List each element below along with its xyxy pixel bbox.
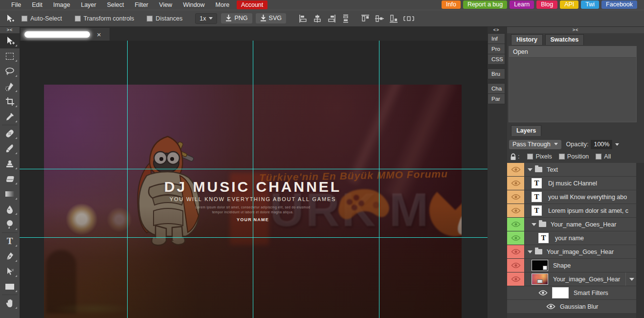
distances-checkbox-box[interactable] (147, 16, 153, 22)
vertical-guide-2[interactable] (253, 41, 253, 318)
menu-layer[interactable]: Layer (75, 0, 101, 9)
rail-tab-paragraph[interactable]: Par (488, 94, 505, 104)
group-expander-icon[interactable] (532, 223, 536, 226)
distribute-horizontal-icon[interactable] (403, 14, 415, 23)
rail-collapse-handle[interactable]: <> (488, 27, 505, 33)
rectangle-select-tool[interactable] (0, 48, 20, 64)
opacity-dropdown-icon[interactable] (615, 143, 619, 146)
visibility-eye-icon[interactable] (507, 177, 525, 190)
menu-filter[interactable]: Filter (129, 0, 154, 9)
smart-filters-expander-icon[interactable] (625, 273, 634, 286)
layer-row-text-dj-music-channel[interactable]: T Dj music CHannel (507, 177, 636, 190)
lasso-tool[interactable] (0, 64, 20, 79)
blur-tool[interactable] (0, 202, 20, 217)
blog-button[interactable]: Blog (536, 0, 557, 9)
eraser-tool[interactable] (0, 171, 20, 186)
twitter-button[interactable]: Twi (581, 0, 599, 9)
hand-tool[interactable] (0, 295, 20, 311)
opacity-value[interactable]: 100% (591, 140, 612, 149)
auto-select-checkbox-box[interactable] (22, 16, 27, 22)
quick-selection-tool[interactable] (0, 79, 20, 94)
export-png-button[interactable]: PNG (221, 13, 252, 23)
menu-more[interactable]: More (210, 0, 235, 9)
visibility-eye-icon[interactable] (546, 303, 555, 310)
layer-row-smart-filters[interactable]: Smart Filters (507, 286, 636, 300)
crop-tool[interactable] (0, 94, 20, 109)
align-vertical-centers-icon[interactable] (375, 14, 384, 23)
rail-tab-character[interactable]: Cha (488, 84, 505, 94)
menu-window[interactable]: Window (178, 0, 210, 9)
visibility-eye-icon[interactable] (507, 190, 525, 204)
rail-tab-info[interactable]: Inf (488, 34, 505, 44)
align-bottom-edges-icon[interactable] (389, 14, 399, 23)
layer-row-text-you-will-know[interactable]: T you will Know everything abo (507, 190, 636, 204)
menu-edit[interactable]: Edit (26, 0, 48, 9)
vertical-guide-3[interactable] (379, 41, 379, 318)
align-left-edges-icon[interactable] (298, 14, 308, 23)
blend-mode-select[interactable]: Pass Through (509, 140, 561, 149)
panel-collapse-handle[interactable]: >< (507, 27, 644, 33)
visibility-eye-icon[interactable] (538, 290, 548, 296)
layer-row-group-text[interactable]: Text (507, 163, 636, 177)
learn-button[interactable]: Learn (510, 0, 534, 9)
document-tab-close-icon[interactable]: × (97, 31, 101, 38)
lock-pixels-checkbox[interactable]: Pixels (527, 153, 552, 160)
export-scale-select[interactable]: 1x (195, 13, 217, 24)
gradient-tool[interactable] (0, 186, 20, 202)
brush-tool[interactable] (0, 141, 20, 156)
group-expander-icon[interactable] (528, 168, 533, 171)
type-tool[interactable]: T (0, 233, 20, 249)
horizontal-guide-1[interactable] (20, 169, 488, 169)
auto-select-checkbox[interactable]: Auto-Select (22, 15, 62, 22)
eyedropper-tool[interactable] (0, 109, 20, 124)
layer-row-text-your-name[interactable]: T your name (507, 231, 636, 245)
transform-controls-checkbox[interactable]: Transform controls (75, 15, 134, 22)
visibility-eye-icon[interactable] (507, 163, 525, 176)
menu-image[interactable]: Image (48, 0, 76, 9)
layer-row-group-your-image[interactable]: Your_image_Goes_Hear (507, 245, 636, 259)
visibility-eye-icon[interactable] (507, 273, 525, 286)
lock-all-checkbox-box[interactable] (596, 154, 601, 159)
dodge-tool[interactable] (0, 217, 20, 232)
rail-tab-properties[interactable]: Pro (488, 44, 505, 54)
align-horizontal-centers-icon[interactable] (312, 14, 322, 23)
horizontal-guide-2[interactable] (20, 237, 488, 238)
rail-tab-brush[interactable]: Bru (488, 69, 505, 79)
visibility-eye-icon[interactable] (507, 231, 525, 245)
transform-controls-checkbox-box[interactable] (75, 16, 81, 22)
layer-row-gaussian-blur[interactable]: Gaussian Blur (507, 300, 636, 314)
menu-file[interactable]: File (6, 0, 26, 9)
lock-all-checkbox[interactable]: All (596, 153, 611, 160)
tab-history[interactable]: History (511, 34, 543, 45)
tab-layers[interactable]: Layers (511, 125, 541, 136)
layer-row-text-lorem-ipsum[interactable]: T Lorem ipsum dolor sit amet, c (507, 204, 636, 218)
visibility-eye-icon[interactable] (507, 218, 525, 231)
pen-tool[interactable] (0, 249, 20, 264)
canvas-viewport[interactable]: URK M Türkiye'nin En Büyük MMO Forumu (20, 41, 488, 318)
clone-stamp-tool[interactable] (0, 156, 20, 171)
lock-position-checkbox[interactable]: Position (559, 153, 589, 160)
visibility-eye-icon[interactable] (507, 259, 525, 272)
path-select-tool[interactable] (0, 264, 20, 279)
visibility-eye-icon[interactable] (507, 204, 525, 217)
report-a-bug-button[interactable]: Report a bug (463, 0, 507, 9)
facebook-button[interactable]: Facebook (601, 0, 637, 9)
spot-healing-tool[interactable] (0, 126, 20, 141)
menu-select[interactable]: Select (102, 0, 130, 9)
distribute-vertical-icon[interactable] (341, 14, 351, 23)
vertical-guide-1[interactable] (127, 41, 128, 318)
layer-row-smart-object[interactable]: Your_image_Goes_Hear (507, 273, 636, 286)
layer-row-group-your-name[interactable]: Your_name_Goes_Hear (507, 218, 636, 231)
menu-account[interactable]: Account (237, 0, 267, 9)
rail-tab-css[interactable]: CSS (488, 54, 505, 64)
history-entry-open[interactable]: Open (509, 46, 636, 58)
layer-row-shape[interactable]: Shape (507, 259, 636, 273)
move-tool[interactable] (0, 33, 20, 48)
lock-position-checkbox-box[interactable] (559, 154, 565, 159)
info-button[interactable]: Info (442, 0, 461, 9)
tab-swatches[interactable]: Swatches (545, 34, 584, 45)
api-button[interactable]: API (560, 0, 578, 9)
lock-pixels-checkbox-box[interactable] (527, 154, 533, 159)
toolbox-collapse-handle[interactable]: >< (7, 27, 13, 33)
export-svg-button[interactable]: SVG (256, 13, 286, 23)
